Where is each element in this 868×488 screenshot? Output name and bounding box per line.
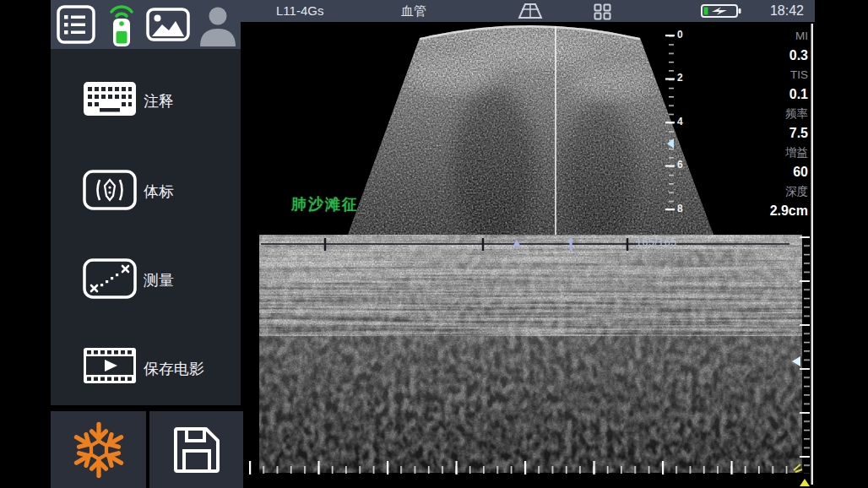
probe-status-icon[interactable] (100, 1, 144, 48)
sidebar-item-label: 测量 (144, 270, 174, 290)
frame-counter: 165/165 (636, 236, 677, 248)
depth-label-4: 4 (677, 116, 691, 127)
depth-label-6: 6 (677, 159, 691, 171)
param-value-mi: 0.3 (770, 46, 808, 65)
sidebar-item-annotation[interactable]: 注释 (51, 74, 241, 128)
param-value-depth: 2.9cm (770, 201, 808, 220)
keyboard-icon (83, 79, 137, 118)
mmode-image[interactable] (259, 235, 802, 473)
depth-label-0: 0 (677, 29, 691, 41)
depth-label-8: 8 (677, 203, 691, 214)
patient-icon[interactable] (196, 3, 240, 48)
trapezoid-scan-icon[interactable] (513, 2, 547, 20)
imaging-area[interactable] (241, 22, 815, 488)
sidebar-item-label: 体标 (144, 182, 174, 202)
depth-ruler (665, 35, 675, 212)
measure-icon (83, 258, 137, 299)
sidebar-item-label: 注释 (144, 91, 174, 111)
snowflake-icon (70, 418, 127, 482)
battery-charging-icon (701, 3, 745, 19)
depth-label-2: 2 (677, 72, 691, 84)
image-gallery-icon[interactable] (145, 4, 191, 45)
probe-model-label[interactable]: L11-4Gs (276, 3, 323, 18)
floppy-save-icon (171, 424, 223, 476)
param-value-gain: 60 (770, 162, 808, 182)
ultrasound-app: 肺沙滩征 165/165 0 2 4 6 8 MI 0.3 TIS 0.1 频率… (0, 0, 868, 488)
clock-time: 18:42 (770, 3, 804, 19)
param-value-freq: 7.5 (770, 123, 808, 143)
sidebar-item-label: 保存电影 (144, 359, 204, 379)
save-image-button[interactable] (149, 411, 243, 488)
quick-icon-row (51, 0, 241, 49)
sidebar-item-measure[interactable]: 测量 (51, 253, 241, 307)
sidebar-item-bodymark[interactable]: 体标 (51, 165, 241, 219)
time-ruler (249, 461, 810, 486)
imaging-parameters: MI 0.3 TIS 0.1 频率 7.5 增益 60 深度 2.9cm (770, 26, 808, 220)
param-label-mi: MI (770, 26, 808, 46)
grid-layout-icon[interactable] (594, 3, 612, 20)
ultrasound-canvas[interactable] (241, 22, 815, 488)
cine-film-icon (83, 347, 137, 384)
sweep-position-icon[interactable] (800, 479, 810, 486)
function-sidebar: 注释 体标 (51, 49, 241, 405)
frame-cursor[interactable] (570, 238, 572, 251)
param-label-freq: 频率 (770, 104, 808, 123)
param-label-depth: 深度 (770, 182, 808, 201)
freeze-button[interactable] (51, 411, 146, 488)
sidebar-item-save-cine[interactable]: 保存电影 (51, 342, 241, 396)
param-label-tis: TIS (770, 65, 808, 84)
scrollbar[interactable] (811, 24, 814, 485)
bmode-image[interactable] (340, 22, 722, 246)
param-value-tis: 0.1 (770, 84, 808, 104)
bodymark-icon (83, 170, 137, 210)
annotation-text[interactable]: 肺沙滩征 (291, 194, 359, 214)
param-label-gain: 增益 (770, 143, 808, 162)
exam-list-icon[interactable] (56, 4, 96, 45)
preset-label[interactable]: 血管 (401, 3, 426, 19)
